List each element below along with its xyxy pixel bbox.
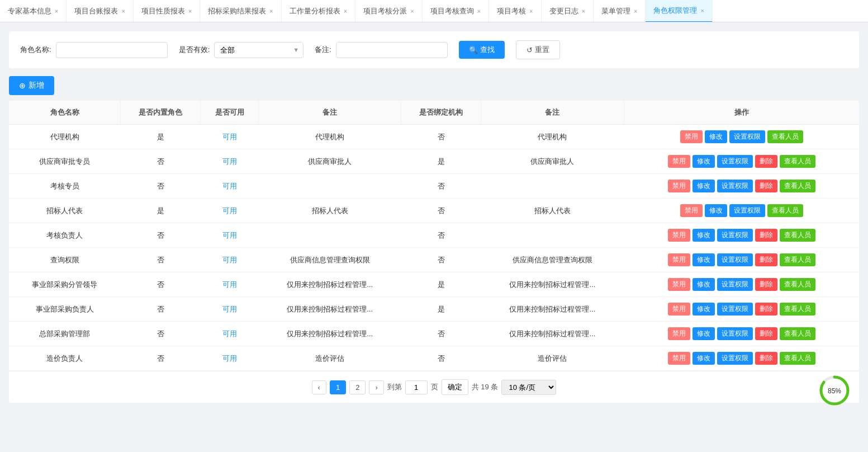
cell-ops: 禁用修改设置权限删除查看人员 <box>624 297 859 322</box>
op-修改-button[interactable]: 修改 <box>692 303 715 316</box>
page-number-input[interactable] <box>405 380 428 394</box>
op-修改-button[interactable]: 修改 <box>692 327 715 340</box>
op-禁用-button[interactable]: 禁用 <box>668 229 690 242</box>
op-设置权限-button[interactable]: 设置权限 <box>717 229 753 242</box>
op-删除-button[interactable]: 删除 <box>755 155 777 168</box>
op-删除-button[interactable]: 删除 <box>755 352 777 365</box>
add-button[interactable]: ⊕ 新增 <box>9 76 54 95</box>
op-禁用-button[interactable]: 禁用 <box>668 352 690 365</box>
prev-page-button[interactable]: ‹ <box>312 380 326 394</box>
page-confirm-button[interactable]: 确定 <box>442 379 468 395</box>
op-修改-button[interactable]: 修改 <box>705 130 727 143</box>
op-禁用-button[interactable]: 禁用 <box>668 155 690 168</box>
op-设置权限-button[interactable]: 设置权限 <box>717 278 753 291</box>
role-name-input[interactable] <box>56 42 168 58</box>
op-禁用-button[interactable]: 禁用 <box>680 130 703 143</box>
main-content: 角色名称: 是否有效: 全部 是 否 ▼ 备注: 🔍 查找 ↺ 重置 <box>0 22 868 452</box>
tab-close-icon[interactable]: × <box>121 8 125 15</box>
tab-item-0[interactable]: 专家基本信息× <box>0 0 67 22</box>
page-2-button[interactable]: 2 <box>349 380 366 394</box>
tab-close-icon[interactable]: × <box>410 8 414 15</box>
search-icon: 🔍 <box>469 46 478 54</box>
op-查看人员-button[interactable]: 查看人员 <box>780 180 815 192</box>
op-修改-button[interactable]: 修改 <box>705 204 727 217</box>
op-修改-button[interactable]: 修改 <box>692 180 715 192</box>
tab-item-2[interactable]: 项目性质报表× <box>134 0 200 22</box>
cell-available: 可用 <box>201 297 259 322</box>
op-查看人员-button[interactable]: 查看人员 <box>780 352 815 365</box>
op-删除-button[interactable]: 删除 <box>755 278 777 291</box>
tab-close-icon[interactable]: × <box>477 8 481 15</box>
op-删除-button[interactable]: 删除 <box>755 303 777 316</box>
op-查看人员-button[interactable]: 查看人员 <box>780 327 815 340</box>
cell-ops: 禁用修改设置权限查看人员 <box>624 125 859 149</box>
remark-input[interactable] <box>336 42 448 58</box>
cell-ops: 禁用修改设置权限删除查看人员 <box>624 322 859 346</box>
cell-available: 可用 <box>201 272 259 297</box>
op-设置权限-button[interactable]: 设置权限 <box>717 327 753 340</box>
op-设置权限-button[interactable]: 设置权限 <box>729 130 765 143</box>
op-设置权限-button[interactable]: 设置权限 <box>717 352 753 365</box>
op-查看人员-button[interactable]: 查看人员 <box>780 278 815 291</box>
op-删除-button[interactable]: 删除 <box>755 180 777 192</box>
tab-close-icon[interactable]: × <box>582 8 585 15</box>
tab-item-1[interactable]: 项目台账报表× <box>67 0 133 22</box>
op-设置权限-button[interactable]: 设置权限 <box>717 155 753 168</box>
op-修改-button[interactable]: 修改 <box>692 229 715 242</box>
op-删除-button[interactable]: 删除 <box>755 327 777 340</box>
op-查看人员-button[interactable]: 查看人员 <box>767 130 803 143</box>
tab-close-icon[interactable]: × <box>344 8 347 15</box>
op-查看人员-button[interactable]: 查看人员 <box>767 204 803 217</box>
tab-item-8[interactable]: 变更日志× <box>542 0 594 22</box>
tab-item-3[interactable]: 招标采购结果报表× <box>200 0 281 22</box>
cell-role-name: 查询权限 <box>9 248 121 272</box>
tab-close-icon[interactable]: × <box>55 8 58 15</box>
op-设置权限-button[interactable]: 设置权限 <box>717 180 753 192</box>
tab-item-7[interactable]: 项目考核× <box>489 0 541 22</box>
op-修改-button[interactable]: 修改 <box>692 155 715 168</box>
tab-item-9[interactable]: 菜单管理× <box>594 0 646 22</box>
op-设置权限-button[interactable]: 设置权限 <box>729 204 765 217</box>
op-修改-button[interactable]: 修改 <box>692 253 715 266</box>
op-修改-button[interactable]: 修改 <box>692 278 715 291</box>
op-禁用-button[interactable]: 禁用 <box>680 204 703 217</box>
op-禁用-button[interactable]: 禁用 <box>668 278 690 291</box>
next-page-button[interactable]: › <box>369 380 383 394</box>
tab-close-icon[interactable]: × <box>634 8 637 15</box>
op-修改-button[interactable]: 修改 <box>692 352 715 365</box>
op-禁用-button[interactable]: 禁用 <box>668 253 690 266</box>
op-设置权限-button[interactable]: 设置权限 <box>717 303 753 316</box>
op-删除-button[interactable]: 删除 <box>755 253 777 266</box>
cell-ops: 禁用修改设置权限删除查看人员 <box>624 346 859 371</box>
tab-item-5[interactable]: 项目考核分派× <box>355 0 422 22</box>
valid-select[interactable]: 全部 是 否 <box>214 42 303 58</box>
op-查看人员-button[interactable]: 查看人员 <box>780 253 815 266</box>
tab-close-icon[interactable]: × <box>188 8 192 15</box>
tab-close-icon[interactable]: × <box>529 8 533 15</box>
op-禁用-button[interactable]: 禁用 <box>668 327 690 340</box>
op-禁用-button[interactable]: 禁用 <box>668 303 690 316</box>
cell-remark: 仅用来控制招标过程管理... <box>259 297 401 322</box>
op-查看人员-button[interactable]: 查看人员 <box>780 229 815 242</box>
tab-item-6[interactable]: 项目考核查询× <box>423 0 489 22</box>
reset-button[interactable]: ↺ 重置 <box>516 40 560 59</box>
op-查看人员-button[interactable]: 查看人员 <box>780 303 815 316</box>
tab-label: 工作量分析报表 <box>290 6 340 16</box>
tab-item-4[interactable]: 工作量分析报表× <box>282 0 355 22</box>
op-禁用-button[interactable]: 禁用 <box>668 180 690 192</box>
page-size-select[interactable]: 10 条/页 20 条/页 50 条/页 <box>501 380 556 395</box>
tab-close-icon[interactable]: × <box>269 8 273 15</box>
cell-available: 可用 <box>201 174 259 199</box>
tab-close-icon[interactable]: × <box>700 7 704 14</box>
cell-remark2: 供应商信息管理查询权限 <box>481 248 624 272</box>
op-设置权限-button[interactable]: 设置权限 <box>717 253 753 266</box>
tab-item-10[interactable]: 角色权限管理× <box>646 0 712 22</box>
search-button[interactable]: 🔍 查找 <box>459 41 505 59</box>
op-删除-button[interactable]: 删除 <box>755 229 777 242</box>
op-查看人员-button[interactable]: 查看人员 <box>780 155 815 168</box>
cell-remark2 <box>481 223 624 248</box>
page-1-button[interactable]: 1 <box>330 380 346 394</box>
table-row: 招标人代表 是 可用 招标人代表 否 招标人代表 禁用修改设置权限查看人员 <box>9 199 859 223</box>
col-bind-org: 是否绑定机构 <box>401 101 481 125</box>
col-role-name: 角色名称 <box>9 101 121 125</box>
